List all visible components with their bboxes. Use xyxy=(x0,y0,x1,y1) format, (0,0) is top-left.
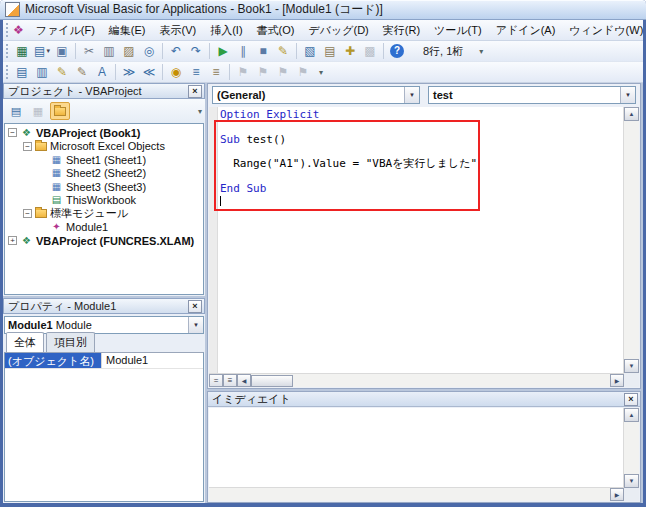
toggle-folders-button[interactable] xyxy=(50,102,70,120)
code-vertical-scrollbar[interactable]: ▲ ▼ xyxy=(623,107,639,373)
immediate-horizontal-scrollbar[interactable]: ▶ xyxy=(209,487,624,501)
quick-info-button[interactable]: ✎ xyxy=(53,63,71,81)
tree-item-vbaproject-funcres[interactable]: +❖VBAProject (FUNCRES.XLAM) xyxy=(5,234,203,248)
properties-panel-header[interactable]: プロパティ - Module1 × xyxy=(3,298,205,314)
toolbar-grip[interactable] xyxy=(6,23,8,37)
toolbox-button[interactable]: ✚ xyxy=(341,42,359,60)
title-bar[interactable]: Microsoft Visual Basic for Applications … xyxy=(0,0,646,20)
copy-button[interactable]: ▥ xyxy=(100,42,118,60)
scroll-right-icon[interactable]: ▶ xyxy=(610,374,624,387)
design-mode-button[interactable]: ✎ xyxy=(274,42,292,60)
chevron-down-icon[interactable]: ▼ xyxy=(620,87,635,103)
menu-item-0[interactable]: ファイル(F) xyxy=(29,19,102,42)
scroll-up-icon[interactable]: ▲ xyxy=(624,107,639,121)
code-editor[interactable]: Option ExplicitSub test() Range("A1").Va… xyxy=(209,107,639,387)
list-properties-button[interactable]: ▤ xyxy=(13,63,31,81)
toolbar-overflow-button[interactable]: ▾ xyxy=(479,47,483,56)
paste-button[interactable]: ▨ xyxy=(120,42,138,60)
scroll-down-icon[interactable]: ▼ xyxy=(624,474,639,488)
reset-button[interactable]: ■ xyxy=(254,42,272,60)
tree-item-thisworkbook[interactable]: ▤ThisWorkbook xyxy=(5,194,203,208)
code-line-3[interactable]: Sub test() xyxy=(220,134,623,146)
collapse-icon[interactable]: − xyxy=(23,209,32,218)
collapse-icon[interactable]: − xyxy=(23,142,32,151)
code-line-6[interactable] xyxy=(220,170,623,182)
view-code-button[interactable]: ▤ xyxy=(6,102,26,120)
tab-0[interactable]: 全体 xyxy=(6,332,44,352)
view-excel-button[interactable]: ▦ xyxy=(13,42,31,60)
property-value-cell[interactable]: Module1 xyxy=(101,353,203,368)
close-icon[interactable]: × xyxy=(188,300,202,313)
tree-item-sheet1[interactable]: ▦Sheet1 (Sheet1) xyxy=(5,153,203,167)
indent-button[interactable]: ≫ xyxy=(120,63,138,81)
property-name-cell[interactable]: (オブジェクト名) xyxy=(5,353,101,368)
code-line-1[interactable]: Option Explicit xyxy=(220,109,623,121)
toggle-breakpoint-button[interactable]: ◉ xyxy=(167,63,185,81)
tree-item-sheet2[interactable]: ▦Sheet2 (Sheet2) xyxy=(5,167,203,181)
outdent-button[interactable]: ≪ xyxy=(140,63,158,81)
project-explorer-button[interactable]: ▧ xyxy=(301,42,319,60)
procedure-view-button[interactable]: = xyxy=(209,374,223,387)
view-object-button[interactable]: ▦ xyxy=(28,102,48,120)
chevron-down-icon[interactable]: ▼ xyxy=(188,317,203,333)
undo-button[interactable]: ↶ xyxy=(167,42,185,60)
insert-userform-button[interactable]: ▤▾ xyxy=(33,42,51,60)
properties-grid[interactable]: (オブジェクト名)Module1 xyxy=(4,352,204,502)
menu-item-2[interactable]: 表示(V) xyxy=(153,19,204,42)
tree-item-sheet3[interactable]: ▦Sheet3 (Sheet3) xyxy=(5,180,203,194)
find-button[interactable]: ◎ xyxy=(140,42,158,60)
margin-indicator-bar[interactable] xyxy=(209,107,218,373)
toolbar-overflow-button[interactable]: ▾ xyxy=(198,107,202,116)
properties-window-button[interactable]: ▤ xyxy=(321,42,339,60)
scroll-right-icon[interactable]: ▶ xyxy=(610,488,624,501)
full-module-view-button[interactable]: ≡ xyxy=(223,374,237,387)
menu-item-7[interactable]: ツール(T) xyxy=(427,19,489,42)
tree-item-ms-excel-objects[interactable]: −Microsoft Excel Objects xyxy=(5,140,203,154)
toolbar-overflow-button[interactable]: ▾ xyxy=(319,68,323,77)
code-horizontal-scrollbar[interactable]: =≡ ◀ ▶ xyxy=(209,373,624,387)
toolbar-grip[interactable] xyxy=(6,44,8,58)
vba-app-icon[interactable] xyxy=(5,2,20,17)
scroll-left-icon[interactable]: ◀ xyxy=(237,374,251,387)
menu-item-6[interactable]: 実行(R) xyxy=(376,19,427,42)
run-sub-button[interactable]: ▶ xyxy=(214,42,232,60)
object-combo[interactable]: (General) ▼ xyxy=(212,86,420,104)
break-button[interactable]: ∥ xyxy=(234,42,252,60)
menu-item-4[interactable]: 書式(O) xyxy=(250,19,302,42)
complete-word-button[interactable]: A xyxy=(93,63,111,81)
immediate-vertical-scrollbar[interactable]: ▲ ▼ xyxy=(623,408,639,488)
scroll-down-icon[interactable]: ▼ xyxy=(624,359,639,373)
code-content[interactable]: Option ExplicitSub test() Range("A1").Va… xyxy=(220,109,623,373)
menu-item-1[interactable]: 編集(E) xyxy=(102,19,153,42)
menu-item-5[interactable]: デバッグ(D) xyxy=(301,19,375,42)
immediate-window-header[interactable]: イミディエイト × xyxy=(208,392,640,407)
comment-block-button[interactable]: ≡ xyxy=(187,63,205,81)
menu-item-8[interactable]: アドイン(A) xyxy=(489,19,563,42)
code-line-5[interactable]: Range("A1").Value = "VBAを実行しました" xyxy=(220,158,623,170)
immediate-window-content[interactable]: ▲ ▼ ▶ xyxy=(209,408,639,501)
chevron-down-icon[interactable]: ▼ xyxy=(404,87,419,103)
code-line-8[interactable] xyxy=(220,195,623,207)
procedure-combo[interactable]: test ▼ xyxy=(428,86,636,104)
close-icon[interactable]: × xyxy=(624,393,638,406)
expand-icon[interactable]: + xyxy=(8,236,17,245)
collapse-icon[interactable]: − xyxy=(8,128,17,137)
uncomment-block-button[interactable]: ≡ xyxy=(207,63,225,81)
scroll-up-icon[interactable]: ▲ xyxy=(624,408,639,422)
menu-item-3[interactable]: 挿入(I) xyxy=(203,19,249,42)
project-panel-header[interactable]: プロジェクト - VBAProject × xyxy=(3,83,205,99)
cut-button[interactable]: ✂ xyxy=(80,42,98,60)
redo-button[interactable]: ↷ xyxy=(187,42,205,60)
code-line-7[interactable]: End Sub xyxy=(220,183,623,195)
close-icon[interactable]: × xyxy=(188,85,202,98)
tree-item-standard-modules[interactable]: −標準モジュール xyxy=(5,207,203,221)
toolbar-grip[interactable] xyxy=(6,65,8,79)
horizontal-scrollbar-thumb[interactable] xyxy=(251,375,293,387)
save-button[interactable]: ▣ xyxy=(53,42,71,60)
tree-item-module1[interactable]: ✦Module1 xyxy=(5,221,203,235)
tab-1[interactable]: 項目別 xyxy=(46,332,95,352)
list-constants-button[interactable]: ▥ xyxy=(33,63,51,81)
menu-item-9[interactable]: ウィンドウ(W) xyxy=(562,19,646,42)
tree-item-vbaproject-book1[interactable]: −❖VBAProject (Book1) xyxy=(5,126,203,140)
help-button[interactable]: ? xyxy=(388,42,406,60)
